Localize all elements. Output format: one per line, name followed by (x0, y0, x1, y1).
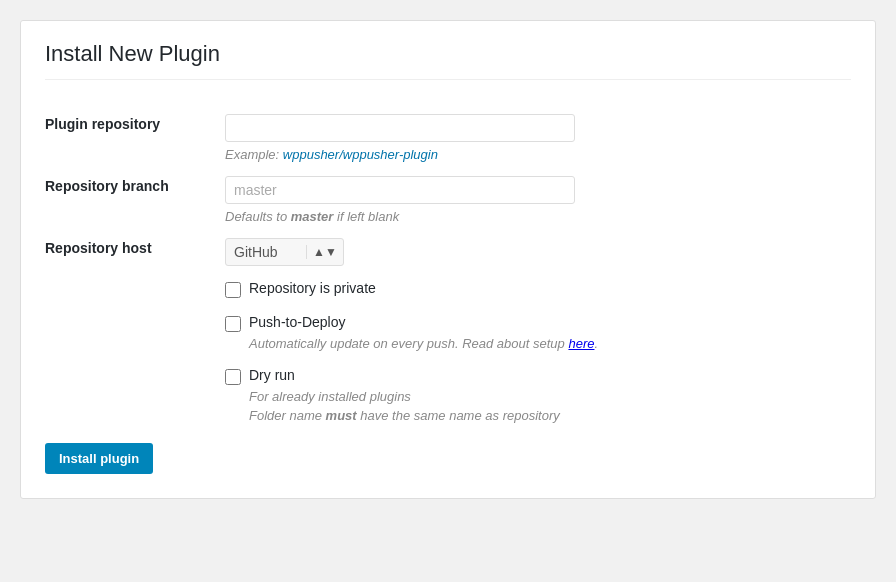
repository-host-select-wrapper: GitHub GitLab Bitbucket ▲▼ (225, 238, 344, 266)
dry-run-checkbox-group: Dry run For already installed plugins Fo… (225, 367, 851, 423)
select-arrow-icon: ▲▼ (306, 245, 343, 259)
repository-branch-label: Repository branch (45, 162, 225, 224)
checkboxes-label-empty (45, 266, 225, 423)
plugin-repository-hint: Example: wppusher/wppusher-plugin (225, 147, 851, 162)
dry-run-checkbox-row: Dry run (225, 367, 851, 385)
push-deploy-checkbox-row: Push-to-Deploy (225, 314, 851, 332)
repository-branch-row: Repository branch Defaults to master if … (45, 162, 851, 224)
repository-host-cell: GitHub GitLab Bitbucket ▲▼ (225, 224, 851, 266)
repository-branch-cell: Defaults to master if left blank (225, 162, 851, 224)
push-deploy-checkbox-group: Push-to-Deploy Automatically update on e… (225, 314, 851, 351)
dry-run-hint1: For already installed plugins (225, 389, 851, 404)
repository-host-row: Repository host GitHub GitLab Bitbucket … (45, 224, 851, 266)
dry-run-checkbox-label[interactable]: Dry run (249, 367, 295, 383)
dry-run-checkbox[interactable] (225, 369, 241, 385)
form-table: Plugin repository Example: wppusher/wppu… (45, 100, 851, 423)
repository-host-label: Repository host (45, 224, 225, 266)
private-checkbox-label[interactable]: Repository is private (249, 280, 376, 296)
push-deploy-hint-link[interactable]: here (568, 336, 594, 351)
page-title: Install New Plugin (45, 41, 851, 80)
plugin-repository-row: Plugin repository Example: wppusher/wppu… (45, 100, 851, 162)
plugin-repository-cell: Example: wppusher/wppusher-plugin (225, 100, 851, 162)
push-deploy-checkbox[interactable] (225, 316, 241, 332)
plugin-repository-hint-link: wppusher/wppusher-plugin (283, 147, 438, 162)
private-checkbox-row: Repository is private (225, 280, 851, 298)
private-checkbox-group: Repository is private (225, 280, 851, 298)
repository-branch-input[interactable] (225, 176, 575, 204)
plugin-repository-input[interactable] (225, 114, 575, 142)
checkboxes-row: Repository is private Push-to-Deploy Aut… (45, 266, 851, 423)
repository-branch-hint: Defaults to master if left blank (225, 209, 851, 224)
push-deploy-hint: Automatically update on every push. Read… (225, 336, 851, 351)
dry-run-hint2: Folder name must have the same name as r… (225, 408, 851, 423)
checkboxes-cell: Repository is private Push-to-Deploy Aut… (225, 266, 851, 423)
plugin-repository-label: Plugin repository (45, 100, 225, 162)
private-checkbox[interactable] (225, 282, 241, 298)
install-plugin-button[interactable]: Install plugin (45, 443, 153, 474)
install-plugin-card: Install New Plugin Plugin repository Exa… (20, 20, 876, 499)
repository-host-select[interactable]: GitHub GitLab Bitbucket (226, 239, 306, 265)
push-deploy-checkbox-label[interactable]: Push-to-Deploy (249, 314, 346, 330)
